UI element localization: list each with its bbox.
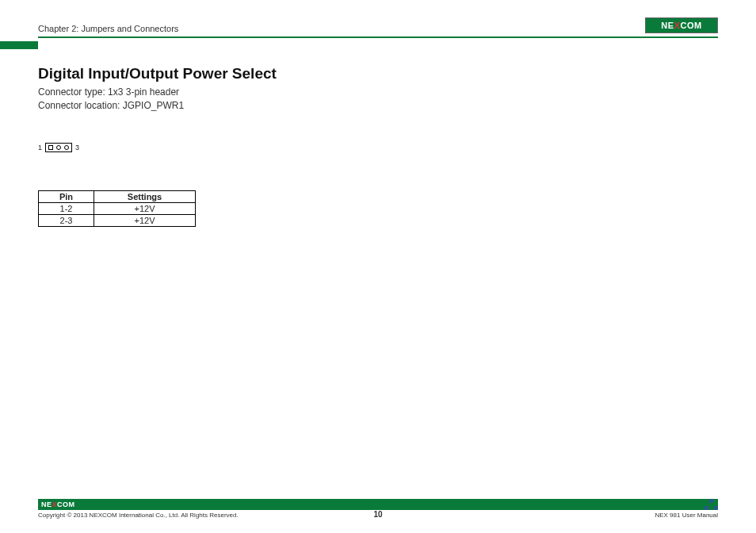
- page-header: Chapter 2: Jumpers and Connectors NEXCOM: [38, 14, 718, 33]
- logo-post: COM: [680, 21, 701, 30]
- chapter-title: Chapter 2: Jumpers and Connectors: [38, 24, 178, 33]
- th-pin: Pin: [39, 190, 94, 202]
- header-rule: [38, 36, 718, 38]
- section-title: Digital Input/Output Power Select: [38, 65, 718, 82]
- td-settings: +12V: [94, 202, 196, 214]
- header-accent: [0, 41, 38, 49]
- logo-pre: NE: [661, 21, 674, 30]
- header-box: [45, 143, 72, 152]
- pin-3-icon: [64, 145, 69, 150]
- table-row: 1-2 +12V: [39, 202, 196, 214]
- table-row: 2-3 +12V: [39, 214, 196, 226]
- footer-logo-post: COM: [57, 500, 75, 508]
- td-pin: 2-3: [39, 214, 94, 226]
- th-settings: Settings: [94, 190, 196, 202]
- nexcom-logo: NEXCOM: [645, 17, 718, 33]
- connector-location: Connector location: JGPIO_PWR1: [38, 99, 718, 113]
- pin-diagram: 1 3: [38, 143, 718, 152]
- footer-sub: Copyright © 2013 NEXCOM International Co…: [38, 512, 718, 519]
- pin-1-icon: [48, 145, 53, 150]
- footer-logo-pre: NE: [41, 500, 52, 508]
- connector-type: Connector type: 1x3 3-pin header: [38, 86, 718, 99]
- diagram-left-label: 1: [38, 144, 42, 151]
- logo-x: X: [674, 21, 681, 30]
- footer-bar: NEXCOM: [38, 499, 718, 510]
- td-settings: +12V: [94, 214, 196, 226]
- footer-pixel-icon: [704, 499, 718, 510]
- footer-logo: NEXCOM: [41, 500, 75, 508]
- content: Digital Input/Output Power Select Connec…: [38, 65, 718, 227]
- pin-2-icon: [56, 145, 61, 150]
- td-pin: 1-2: [39, 202, 94, 214]
- table-header-row: Pin Settings: [39, 190, 196, 202]
- page-number: 10: [38, 510, 718, 519]
- page-footer: NEXCOM Copyright © 2013 NEXCOM Internati…: [38, 499, 718, 519]
- settings-table: Pin Settings 1-2 +12V 2-3 +12V: [38, 190, 196, 227]
- diagram-right-label: 3: [75, 144, 79, 151]
